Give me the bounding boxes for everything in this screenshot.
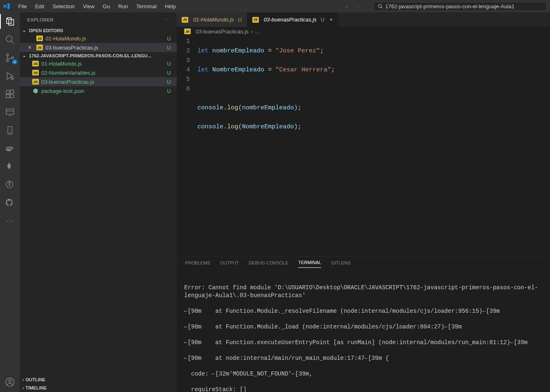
menu-run[interactable]: Run [115,2,131,11]
panel-tab-problems[interactable]: PROBLEMS [185,258,210,268]
menu-terminal[interactable]: Terminal [133,2,160,11]
svg-rect-12 [6,109,14,114]
extensions-icon[interactable] [5,89,15,99]
command-center[interactable]: 1762-javascript-primeros-pasos-con-el-le… [373,2,547,11]
git-status: U [167,88,171,94]
mongodb-icon[interactable] [5,162,15,172]
device-icon[interactable] [5,125,15,135]
js-file-icon: JS [32,61,39,66]
panel-tab-output[interactable]: OUTPUT [220,258,239,268]
file-item[interactable]: ⬢ package-lock.json U [20,86,177,95]
js-file-icon: JS [32,79,39,85]
editor-tabs: JS 01-HolaMundo.js U JS 03-buenasPractic… [177,12,550,27]
terminal-line: ←[90m at Function.executeUserEntryPoint … [184,339,543,347]
editor-area: JS 01-HolaMundo.js U JS 03-buenasPractic… [177,12,550,392]
terminal[interactable]: Error: Cannot find module 'D:\USUARIO\De… [177,269,550,392]
svg-point-5 [7,60,9,62]
editor-tab[interactable]: JS 03-buenasPracticas.js U × [247,12,338,27]
svg-point-4 [7,54,9,56]
file-item[interactable]: JS 01-HolaMundo.js U [20,59,177,68]
scm-badge: 4 [12,59,17,64]
explorer-icon[interactable] [5,17,15,26]
terminal-line: requireStack: [] [184,386,543,392]
breadcrumb[interactable]: JS 03-buenasPracticas.js › ... [177,27,550,36]
git-status: U [238,17,242,23]
breadcrumb-sep: › [251,28,253,35]
file-name: 02-NombreVariables.js [41,70,95,76]
js-file-icon: JS [184,28,191,34]
menu-help[interactable]: Help [161,2,179,11]
git-status: U [321,17,325,23]
accounts-icon[interactable] [5,377,15,387]
search-tab-icon[interactable] [5,35,15,45]
editor-tab[interactable]: JS 01-HolaMundo.js U [177,12,247,27]
file-item[interactable]: JS 03-buenasPracticas.js U [20,77,177,86]
terminal-line: ←[90m at Function.Module._load (node:int… [184,323,543,331]
code-editor[interactable]: 1 2 3 4 5 6 let nombreEmpleado = "Jose P… [177,36,550,256]
breadcrumb-file: 03-buenasPracticas.js [196,28,249,35]
open-editor-item[interactable]: JS 01-HolaMundo.js U [20,34,177,43]
panel-tabs: PROBLEMS OUTPUT DEBUG CONSOLE TERMINAL G… [177,256,550,269]
sidebar: EXPLORER ⋯ ⌄ OPEN EDITORS JS 01-HolaMund… [20,12,177,392]
docker-icon[interactable] [5,144,15,153]
svg-point-18 [9,182,10,184]
open-editor-name: 03-buenasPracticas.js [45,45,98,51]
panel-tab-terminal[interactable]: TERMINAL [298,257,321,268]
gitlens-icon[interactable] [5,180,15,190]
panel-tab-debug[interactable]: DEBUG CONSOLE [249,258,288,268]
chevron-down-icon: ⌄ [22,28,27,33]
file-name: 03-buenasPracticas.js [41,79,94,85]
svg-rect-10 [10,94,14,98]
chevron-down-icon: ⌄ [22,53,27,58]
vscode-logo-icon [3,3,10,9]
file-item[interactable]: JS 02-NombreVariables.js U [20,68,177,77]
more-icon[interactable]: ⋯ [5,216,15,226]
menu-edit[interactable]: Edit [32,2,47,11]
menu-file[interactable]: File [15,2,30,11]
chevron-right-icon: › [22,385,24,390]
menu-go[interactable]: Go [100,2,113,11]
bottom-panel: PROBLEMS OUTPUT DEBUG CONSOLE TERMINAL G… [177,256,550,392]
run-debug-icon[interactable] [5,71,15,81]
code-content[interactable]: let nombreEmpleado = "Jose Perez"; let N… [197,36,550,256]
command-center-text: 1762-javascript-primeros-pasos-con-el-le… [385,3,514,9]
line-numbers: 1 2 3 4 5 6 [177,36,197,256]
svg-line-3 [11,41,14,44]
chevron-right-icon: › [22,377,24,382]
svg-rect-9 [6,94,9,98]
github-icon[interactable] [5,198,15,208]
sidebar-more-icon[interactable]: ⋯ [165,17,170,22]
close-icon[interactable]: × [28,44,31,51]
js-file-icon: JS [36,35,43,41]
file-name: 01-HolaMundo.js [41,61,82,67]
git-status: U [167,79,171,85]
folder-section[interactable]: ⌄ 1762-JAVASCRIPT-PRIMEROS-PASOS-CON-EL-… [20,52,177,59]
tab-name: 03-buenasPracticas.js [264,17,317,23]
svg-point-2 [6,36,12,42]
menu-selection[interactable]: Selection [49,2,78,11]
remote-explorer-icon[interactable] [5,107,15,117]
activitybar: 4 ⋯ [0,12,20,392]
panel-tab-gitlens[interactable]: GITLENS [331,258,351,268]
open-editor-item[interactable]: × JS 03-buenasPracticas.js U [20,43,177,52]
svg-point-6 [12,57,14,59]
outline-section[interactable]: › OUTLINE [20,375,177,384]
nav-forward-icon[interactable]: → [355,3,360,9]
svg-point-20 [9,380,11,382]
open-editors-section[interactable]: ⌄ OPEN EDITORS [20,27,177,34]
menu-view[interactable]: View [80,2,98,11]
nav-back-icon[interactable]: ← [344,3,350,9]
svg-rect-8 [6,90,9,94]
timeline-section[interactable]: › TIMELINE [20,384,177,392]
git-status: U [167,35,171,42]
js-file-icon: JS [36,45,43,50]
terminal-line: Error: Cannot find module 'D:\USUARIO\De… [184,284,543,300]
close-icon[interactable]: × [330,17,333,23]
source-control-icon[interactable]: 4 [5,53,15,63]
git-status: U [167,70,171,76]
svg-line-1 [381,7,382,8]
git-status: U [167,61,171,67]
js-file-icon: JS [252,17,259,23]
file-name: package-lock.json [41,88,84,94]
terminal-line: ←[90m at Function.Module._resolveFilenam… [184,307,543,315]
